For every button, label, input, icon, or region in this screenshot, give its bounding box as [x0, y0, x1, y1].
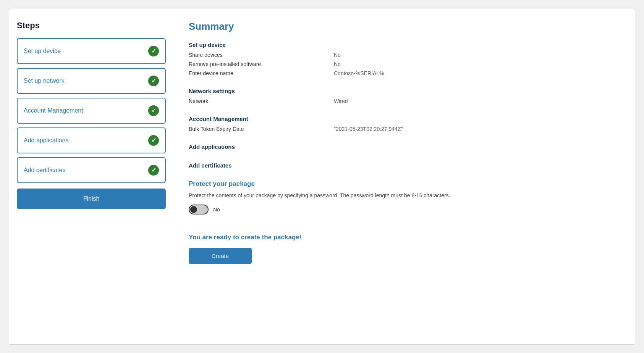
step-set-up-network-label: Set up network [24, 77, 65, 84]
steps-title: Steps [17, 21, 166, 31]
step-set-up-device[interactable]: Set up device [17, 38, 166, 64]
step-set-up-network-check-icon [148, 76, 159, 86]
row-share-devices-label: Share devices [189, 52, 334, 58]
row-remove-preinstalled-value: No [334, 61, 341, 67]
step-account-management-label: Account Management [24, 107, 83, 114]
row-network-label: Network [189, 98, 334, 104]
row-network-value: Wired [334, 98, 348, 104]
row-remove-preinstalled: Remove pre-installed software No [189, 61, 620, 68]
step-add-certificates-label: Add certificates [24, 167, 65, 174]
divider-3 [189, 135, 620, 141]
main-container: Steps Set up device Set up network Accou… [9, 9, 635, 345]
divider-2 [189, 107, 620, 113]
protect-toggle-label: No [213, 206, 220, 213]
divider-1 [189, 79, 620, 85]
step-add-certificates-check-icon [148, 165, 159, 176]
divider-4 [189, 154, 620, 160]
finish-button[interactable]: Finish [17, 189, 166, 209]
row-share-devices: Share devices No [189, 52, 620, 59]
row-remove-preinstalled-label: Remove pre-installed software [189, 61, 334, 67]
step-account-management[interactable]: Account Management [17, 98, 166, 124]
row-device-name-label: Enter device name [189, 70, 334, 76]
section-heading-add-certs: Add certificates [189, 162, 620, 169]
steps-panel: Steps Set up device Set up network Accou… [17, 21, 166, 333]
step-add-applications-check-icon [148, 135, 159, 146]
step-account-management-check-icon [148, 105, 159, 116]
row-network: Network Wired [189, 98, 620, 105]
create-button[interactable]: Create [189, 248, 252, 264]
toggle-knob [190, 206, 197, 213]
protect-toggle[interactable] [189, 205, 209, 214]
section-heading-setup-device: Set up device [189, 42, 620, 48]
row-bulk-token-label: Bulk Token Expiry Date [189, 126, 334, 132]
step-add-certificates[interactable]: Add certificates [17, 157, 166, 183]
protect-desc: Protect the contents of your package by … [189, 192, 532, 198]
row-bulk-token: Bulk Token Expiry Date "2021-05-23T02:20… [189, 126, 620, 133]
row-bulk-token-value: "2021-05-23T02:20:27.944Z" [334, 126, 403, 132]
ready-title: You are ready to create the package! [189, 234, 620, 241]
toggle-track [189, 205, 209, 214]
summary-title: Summary [189, 21, 620, 32]
row-device-name-value: Contoso-%SERIAL% [334, 70, 384, 76]
protect-section: Protect your package Protect the content… [189, 180, 620, 214]
step-set-up-device-check-icon [148, 46, 159, 56]
step-set-up-device-label: Set up device [24, 48, 61, 55]
summary-panel: Summary Set up device Share devices No R… [189, 21, 623, 333]
row-device-name: Enter device name Contoso-%SERIAL% [189, 70, 620, 77]
step-set-up-network[interactable]: Set up network [17, 68, 166, 94]
row-share-devices-value: No [334, 52, 341, 58]
protect-toggle-row: No [189, 205, 620, 214]
section-heading-network: Network settings [189, 88, 620, 94]
ready-section: You are ready to create the package! Cre… [189, 234, 620, 264]
step-add-applications[interactable]: Add applications [17, 127, 166, 153]
section-heading-account: Account Management [189, 116, 620, 122]
section-heading-add-apps: Add applications [189, 143, 620, 150]
protect-title: Protect your package [189, 180, 620, 188]
step-add-applications-label: Add applications [24, 137, 68, 144]
